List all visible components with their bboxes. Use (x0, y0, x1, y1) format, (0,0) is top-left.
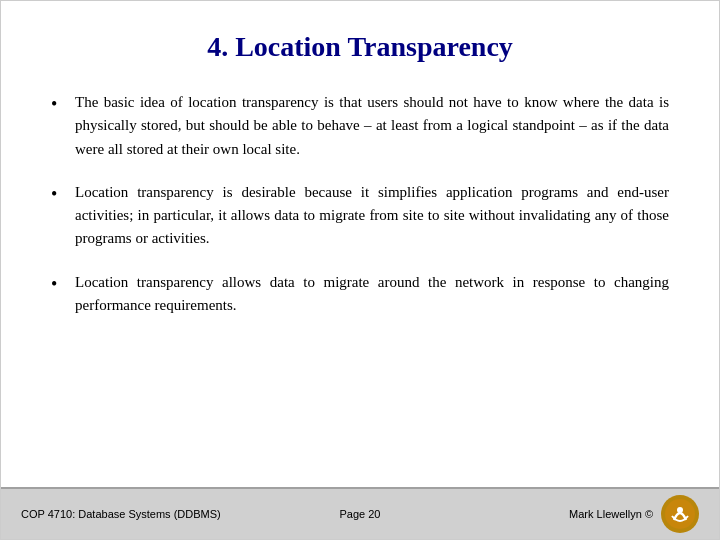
footer-course: COP 4710: Database Systems (DDBMS) (21, 508, 247, 520)
bullet-text-2: Location transparency is desirable becau… (75, 181, 669, 251)
svg-point-1 (677, 507, 683, 513)
bullet-list: • The basic idea of location transparenc… (51, 91, 669, 317)
bullet-dot-1: • (51, 91, 75, 119)
footer-author: Mark Llewellyn © (569, 508, 653, 520)
slide-container: 4. Location Transparency • The basic ide… (0, 0, 720, 540)
slide-content: 4. Location Transparency • The basic ide… (1, 1, 719, 487)
slide-title: 4. Location Transparency (51, 31, 669, 63)
bullet-item-1: • The basic idea of location transparenc… (51, 91, 669, 161)
bullet-text-1: The basic idea of location transparency … (75, 91, 669, 161)
footer-right: Mark Llewellyn © (473, 495, 699, 533)
footer-page: Page 20 (247, 508, 473, 520)
bullet-item-3: • Location transparency allows data to m… (51, 271, 669, 318)
bullet-item-2: • Location transparency is desirable bec… (51, 181, 669, 251)
footer-logo (661, 495, 699, 533)
bullet-dot-3: • (51, 271, 75, 299)
bullet-dot-2: • (51, 181, 75, 209)
bullet-text-3: Location transparency allows data to mig… (75, 271, 669, 318)
slide-footer: COP 4710: Database Systems (DDBMS) Page … (1, 487, 719, 539)
